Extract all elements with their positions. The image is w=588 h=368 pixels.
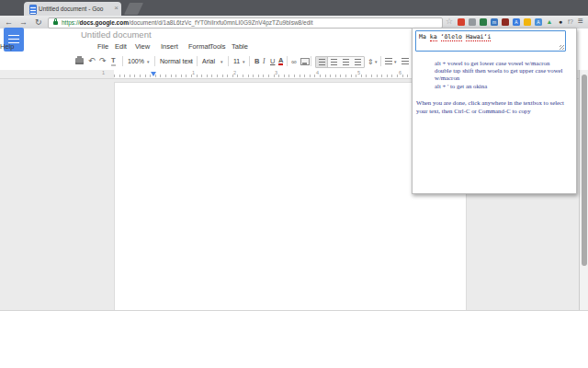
paint-format-button[interactable]: T [111, 57, 116, 66]
reload-button[interactable]: ↻ [35, 17, 42, 29]
url-domain: docs.google.com [80, 19, 129, 26]
misspelled-word: Hawaiʻi [466, 33, 491, 41]
text-color-button[interactable]: A [278, 57, 283, 65]
ruler-number: 5 [357, 70, 360, 75]
extension-icon-screenshare[interactable] [469, 18, 476, 26]
scrollbar-thumb[interactable] [582, 75, 587, 266]
ruler-number: 1 [192, 70, 195, 75]
text-segment: Ma [419, 33, 430, 40]
extension-icon-maroon[interactable] [502, 18, 509, 26]
extension-icon-black-circle[interactable]: ● [557, 18, 564, 26]
extension-icon-blue[interactable]: m [491, 18, 498, 26]
menu-table[interactable]: Table [232, 42, 248, 51]
menu-help[interactable]: Help [0, 42, 14, 51]
extension-icon-translate-teal[interactable]: A [535, 18, 542, 26]
url-path: /document/d/1a8L6tzVc_fYT0hiIrxfu0mnLI0G… [129, 19, 313, 26]
extension-icon-red[interactable] [458, 18, 465, 26]
omnibox[interactable]: https://docs.google.com/document/d/1a8L6… [48, 17, 443, 29]
menu-tools[interactable]: Tools [209, 42, 226, 51]
toolbar-separator [197, 56, 198, 66]
chevron-down-icon[interactable]: ▾ [147, 59, 150, 64]
url-text: https://docs.google.com/document/d/1a8L6… [62, 19, 436, 27]
tab-close-icon[interactable]: × [114, 5, 119, 12]
vertical-scrollbar[interactable] [579, 70, 588, 310]
ruler-number: 4 [316, 70, 319, 75]
alignment-group [315, 56, 365, 68]
ruler-number: 1 [102, 70, 105, 75]
toolbar-separator [287, 56, 288, 66]
toolbar-separator [380, 56, 381, 66]
screen: Untitled document - Goo × ← → ↻ https://… [0, 0, 588, 368]
toolbar-separator [154, 56, 155, 66]
padlock-icon [53, 21, 58, 25]
resize-handle[interactable] [560, 45, 564, 50]
browser-window: Untitled document - Goo × ← → ↻ https://… [0, 0, 588, 311]
paragraph-style-select[interactable]: Normal text [160, 58, 193, 64]
zoom-select[interactable]: 100% [128, 58, 144, 64]
input-helper-popup: Ma ka ʻōlelo Hawaiʻi alt + vowel to get … [412, 28, 577, 194]
instruction-line: double tap shift then woela to get upper… [435, 67, 574, 82]
line-spacing-button[interactable]: ⇕ [368, 58, 374, 66]
new-tab-button[interactable] [124, 3, 143, 15]
menu-insert[interactable]: Insert [161, 42, 178, 51]
browser-menu-button[interactable]: ≡ [578, 16, 583, 26]
url-scheme: https:// [62, 19, 80, 26]
bold-button[interactable]: B [254, 57, 259, 65]
browser-tab[interactable]: Untitled document - Goo × [24, 2, 121, 16]
extension-icon-yellow[interactable] [524, 18, 531, 26]
insert-link-button[interactable]: ∞ [291, 58, 297, 66]
align-center-button[interactable] [328, 57, 340, 67]
tab-title: Untitled document - Goo [39, 6, 114, 12]
bookmark-star-icon[interactable]: ☆ [446, 17, 453, 26]
toolbar-separator [311, 56, 311, 66]
document-title[interactable]: Untitled document [81, 29, 152, 40]
font-select[interactable]: Arial [202, 58, 215, 64]
text-segment [437, 33, 441, 40]
instructions-block: alt + vowel to get lower case vowel w/ma… [435, 60, 574, 90]
insert-image-button[interactable] [300, 58, 310, 65]
extension-icon-green[interactable] [480, 18, 487, 26]
instruction-line: alt + vowel to get lower case vowel w/ma… [435, 60, 574, 67]
chevron-down-icon[interactable]: ▾ [375, 59, 378, 64]
redo-button[interactable]: ↷ [99, 57, 107, 65]
chevron-down-icon[interactable]: ▾ [243, 59, 245, 64]
misspelled-word: ʻōlelo [441, 33, 462, 41]
hawaiian-textarea[interactable]: Ma ka ʻōlelo Hawaiʻi [415, 30, 566, 52]
ruler-number: 2 [233, 70, 236, 75]
indent-marker-icon[interactable] [151, 72, 156, 76]
menu-file[interactable]: File [97, 42, 108, 51]
textarea-value: Ma ka ʻōlelo Hawaiʻi [419, 33, 491, 40]
toolbar-separator [249, 56, 250, 66]
tab-bar: Untitled document - Goo × [0, 0, 588, 16]
copy-note: When you are done, click anywhere in the… [416, 99, 574, 115]
menu-view[interactable]: View [135, 42, 150, 51]
ruler-number: 3 [275, 70, 277, 75]
misspelled-word: ka [430, 33, 437, 41]
italic-button[interactable]: I [263, 57, 266, 65]
menu-edit[interactable]: Edit [115, 42, 127, 51]
bulleted-list-button[interactable] [401, 58, 409, 65]
toolbar-separator [228, 56, 229, 66]
undo-button[interactable]: ↶ [88, 57, 96, 65]
toolbar-separator [122, 56, 123, 66]
chevron-down-icon[interactable]: ▾ [394, 59, 397, 64]
extension-icon-translate-blue[interactable]: A [513, 18, 520, 26]
chevron-down-icon[interactable]: ▾ [190, 59, 193, 64]
font-size-select[interactable]: 11 [233, 58, 240, 64]
instruction-line: alt + ' to get an okina [435, 83, 574, 90]
align-right-button[interactable] [340, 57, 352, 67]
menu-format[interactable]: Format [188, 42, 210, 51]
chevron-down-icon[interactable]: ▾ [220, 59, 223, 64]
align-justify-button[interactable] [352, 57, 364, 67]
print-button[interactable] [75, 58, 84, 64]
extension-icon-drive[interactable]: ▲ [546, 18, 553, 26]
extension-icon-fn[interactable]: f? [567, 18, 574, 26]
underline-button[interactable]: U [270, 57, 275, 65]
numbered-list-button[interactable] [385, 58, 392, 65]
align-left-button[interactable] [316, 57, 328, 67]
ruler-number: 6 [399, 70, 401, 75]
docs-favicon-icon [29, 5, 37, 15]
